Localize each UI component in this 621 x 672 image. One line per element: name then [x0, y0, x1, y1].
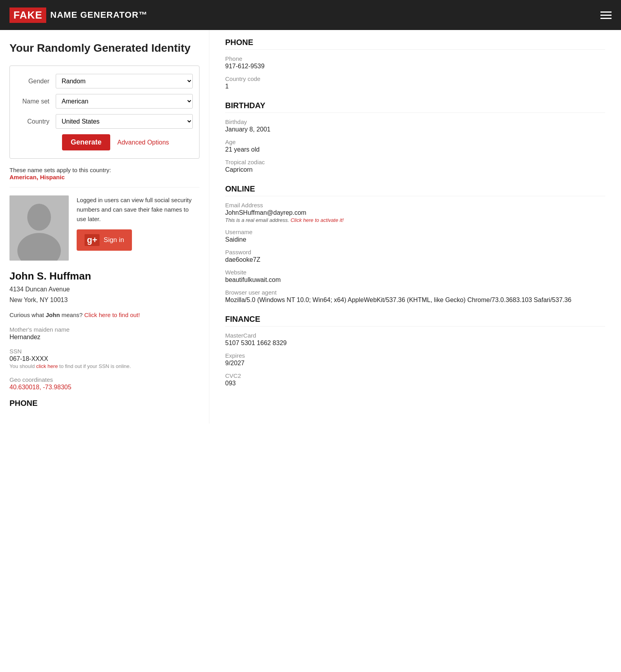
- online-section: ONLINE Email Address JohnSHuffman@dayrep…: [225, 184, 605, 304]
- name-meaning: Curious what John means? Click here to f…: [9, 312, 199, 318]
- online-section-title: ONLINE: [225, 184, 605, 196]
- email-block: Email Address JohnSHuffman@dayrep.com Th…: [225, 202, 605, 223]
- phone-label: Phone: [225, 55, 605, 62]
- password-block: Password dae6ooke7Z: [225, 249, 605, 263]
- country-code-label: Country code: [225, 75, 605, 82]
- header-logo: FAKE NAME GENERATOR™: [9, 8, 148, 23]
- generate-row: Generate Advanced Options: [16, 134, 193, 150]
- generate-button[interactable]: Generate: [62, 134, 110, 150]
- email-label: Email Address: [225, 202, 605, 208]
- namesets-notice: These name sets apply to this country: A…: [9, 167, 199, 188]
- website-value: beautifulkuwait.com: [225, 276, 605, 283]
- username-block: Username Saidine: [225, 229, 605, 243]
- ssn-link[interactable]: click here: [36, 363, 58, 369]
- left-panel: Your Randomly Generated Identity Gender …: [0, 30, 209, 424]
- hamburger-menu[interactable]: [600, 11, 612, 19]
- nameset-label: Name set: [16, 98, 56, 105]
- finance-section-title: FINANCE: [225, 315, 605, 327]
- header: FAKE NAME GENERATOR™: [0, 0, 621, 30]
- birthday-block: Birthday January 8, 2001: [225, 118, 605, 133]
- country-code-value: 1: [225, 83, 605, 90]
- right-panel: PHONE Phone 917-612-9539 Country code 1 …: [209, 30, 621, 424]
- country-row: Country United States Canada United King…: [16, 114, 193, 129]
- gender-row: Gender Random Male Female: [16, 74, 193, 88]
- namesets-text: These name sets apply to this country:: [9, 167, 111, 173]
- website-block: Website beautifulkuwait.com: [225, 269, 605, 283]
- browser-block: Browser user agent Mozilla/5.0 (Windows …: [225, 289, 605, 304]
- gplus-icon: g+: [85, 234, 100, 246]
- google-signin-button[interactable]: g+ Sign in: [77, 229, 132, 251]
- phone-section-title: PHONE: [225, 38, 605, 50]
- address-line2: New York, NY 10013: [9, 297, 68, 303]
- expires-value: 9/2027: [225, 360, 605, 367]
- advanced-options-link[interactable]: Advanced Options: [117, 139, 169, 146]
- country-code-block: Country code 1: [225, 75, 605, 90]
- password-label: Password: [225, 249, 605, 255]
- nameset-row: Name set American Hispanic European: [16, 94, 193, 109]
- birthday-label: Birthday: [225, 118, 605, 125]
- mothers-maiden-block: Mother's maiden name Hernandez: [9, 326, 199, 341]
- gender-label: Gender: [16, 78, 56, 85]
- geo-value: 40.630018, -73.98305: [9, 384, 199, 391]
- activate-email-link[interactable]: Click here to activate it!: [290, 217, 343, 223]
- identity-name: John S. Huffman: [9, 270, 199, 282]
- card-label: MasterCard: [225, 332, 605, 339]
- zodiac-value: Capricorn: [225, 166, 605, 173]
- birthday-section-title: BIRTHDAY: [225, 101, 605, 113]
- mothers-maiden-label: Mother's maiden name: [9, 326, 199, 333]
- age-value: 21 years old: [225, 146, 605, 153]
- geo-label: Geo coordinates: [9, 376, 199, 383]
- logo-fake-box: FAKE: [9, 8, 46, 23]
- cvc-block: CVC2 093: [225, 372, 605, 387]
- expires-block: Expires 9/2027: [225, 352, 605, 367]
- email-note: This is a real email address. Click here…: [225, 217, 605, 223]
- nameset-link-american[interactable]: American: [9, 174, 36, 180]
- name-meaning-link[interactable]: Click here to find out!: [84, 312, 140, 318]
- card-value: 5107 5301 1662 8329: [225, 340, 605, 347]
- ssn-block: SSN 067-18-XXXX You should click here to…: [9, 348, 199, 369]
- logo-text: NAME GENERATOR™: [50, 10, 147, 20]
- country-select[interactable]: United States Canada United Kingdom: [56, 114, 193, 129]
- expires-label: Expires: [225, 352, 605, 359]
- phone-value: 917-612-9539: [225, 63, 605, 70]
- nameset-link-hispanic[interactable]: Hispanic: [40, 174, 65, 180]
- mothers-maiden-value: Hernandez: [9, 334, 199, 341]
- phone-left-heading: PHONE: [9, 399, 199, 408]
- country-label: Country: [16, 118, 56, 125]
- username-label: Username: [225, 229, 605, 235]
- card-block: MasterCard 5107 5301 1662 8329: [225, 332, 605, 347]
- avatar-text: Logged in users can view full social sec…: [77, 195, 199, 224]
- birthday-section: BIRTHDAY Birthday January 8, 2001 Age 21…: [225, 101, 605, 173]
- cvc-label: CVC2: [225, 372, 605, 379]
- geo-block: Geo coordinates 40.630018, -73.98305: [9, 376, 199, 391]
- phone-block: Phone 917-612-9539: [225, 55, 605, 70]
- browser-label: Browser user agent: [225, 289, 605, 296]
- avatar: [9, 195, 69, 261]
- age-label: Age: [225, 139, 605, 145]
- browser-value: Mozilla/5.0 (Windows NT 10.0; Win64; x64…: [225, 297, 605, 304]
- avatar-section: Logged in users can view full social sec…: [9, 195, 199, 261]
- ssn-note: You should click here to find out if you…: [9, 363, 199, 369]
- page-title: Your Randomly Generated Identity: [9, 42, 199, 54]
- cvc-value: 093: [225, 380, 605, 387]
- password-value: dae6ooke7Z: [225, 256, 605, 263]
- gender-select[interactable]: Random Male Female: [56, 74, 193, 88]
- generator-form: Gender Random Male Female Name set Ameri…: [9, 66, 199, 159]
- zodiac-block: Tropical zodiac Capricorn: [225, 159, 605, 173]
- identity-address: 4134 Duncan Avenue New York, NY 10013: [9, 284, 199, 305]
- website-label: Website: [225, 269, 605, 276]
- age-block: Age 21 years old: [225, 139, 605, 153]
- zodiac-label: Tropical zodiac: [225, 159, 605, 165]
- address-line1: 4134 Duncan Avenue: [9, 286, 70, 293]
- nameset-select[interactable]: American Hispanic European: [56, 94, 193, 109]
- finance-section: FINANCE MasterCard 5107 5301 1662 8329 E…: [225, 315, 605, 387]
- ssn-label: SSN: [9, 348, 199, 355]
- svg-point-1: [27, 204, 51, 231]
- phone-section: PHONE Phone 917-612-9539 Country code 1: [225, 38, 605, 90]
- birthday-value: January 8, 2001: [225, 126, 605, 133]
- signin-label: Sign in: [104, 236, 124, 244]
- username-value: Saidine: [225, 236, 605, 243]
- ssn-value: 067-18-XXXX: [9, 355, 199, 362]
- email-value: JohnSHuffman@dayrep.com: [225, 209, 605, 216]
